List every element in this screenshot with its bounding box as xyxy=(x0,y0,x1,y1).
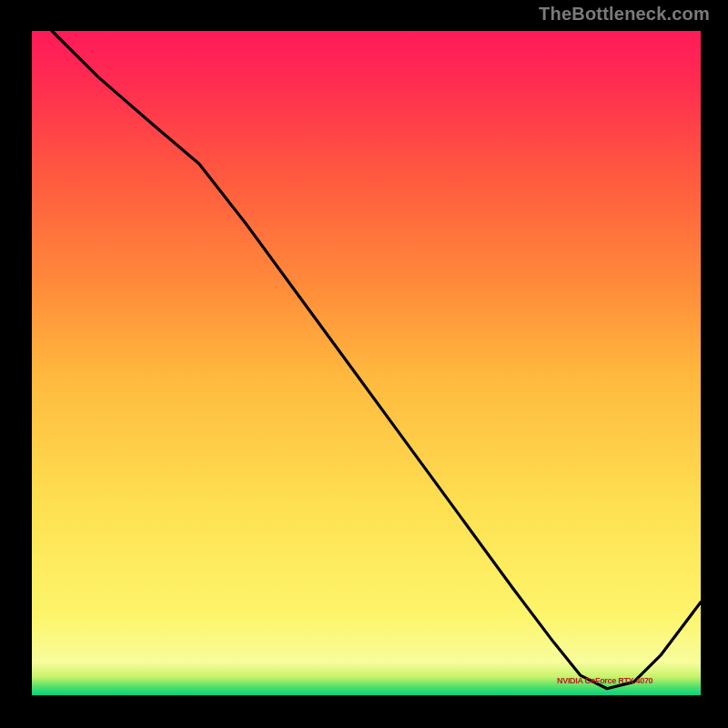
chart-stage: TheBottleneck.com NVIDIA GeForce RTX 407… xyxy=(0,0,728,728)
curve-svg xyxy=(32,31,701,695)
plot-area: NVIDIA GeForce RTX 4070 xyxy=(32,31,701,695)
watermark-text: TheBottleneck.com xyxy=(539,4,710,25)
gpu-min-label: NVIDIA GeForce RTX 4070 xyxy=(557,676,652,685)
bottleneck-curve xyxy=(52,31,701,689)
